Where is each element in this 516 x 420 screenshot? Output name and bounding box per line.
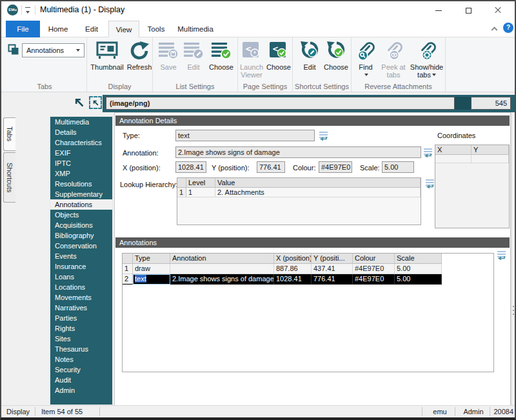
minimize-icon — [435, 10, 442, 11]
annotation-row-2-selected[interactable]: 2 text 2.Image shows signs of damage 102… — [123, 274, 493, 285]
show-hide-tabs-button[interactable]: Show/hidetabs — [408, 40, 445, 79]
annotations-table[interactable]: Type Annotation X (position) Y (positi..… — [122, 253, 494, 372]
annotation-field[interactable]: 2.Image shows signs of damage — [175, 146, 421, 158]
list-choose-button[interactable]: Choose — [206, 40, 237, 71]
chevron-down-icon — [76, 49, 80, 54]
help-button[interactable]: ? — [503, 23, 513, 33]
sidebar-item-narratives[interactable]: Narratives — [50, 303, 112, 313]
sidebar-item-notes[interactable]: Notes — [50, 354, 112, 365]
sidebar-item-objects[interactable]: Objects — [50, 210, 112, 220]
sidebar-item-insurance[interactable]: Insurance — [50, 261, 112, 272]
page-choose-button[interactable]: < Choose — [265, 40, 292, 71]
media-type-bar: (image/png) 545 — [103, 95, 515, 112]
type-field[interactable]: text — [175, 130, 315, 141]
lookup-list-icon[interactable] — [319, 131, 328, 141]
minimize-button[interactable] — [424, 1, 453, 19]
sidebar-item-loans[interactable]: Loans — [50, 272, 112, 282]
lookup-hierarchy-table[interactable]: Level Value 1 1 2. Attachments — [177, 177, 421, 225]
pointer-tool-button[interactable] — [74, 97, 85, 108]
y-position-field[interactable]: 776.41 — [257, 161, 285, 173]
sidebar-item-conservation[interactable]: Conservation — [50, 241, 112, 251]
sidebar-item-movements[interactable]: Movements — [50, 292, 112, 303]
sidebar-tab-list: MultimediaDetailsCharacteristicsEXIFIPTC… — [50, 116, 113, 405]
tab-view[interactable]: View — [108, 21, 139, 38]
status-mode: Display — [6, 406, 30, 417]
col-x-position: X (position) — [274, 254, 312, 264]
titlebar-divider — [21, 5, 22, 15]
annotation-label: Annotation: — [123, 149, 159, 157]
media-bar-splitter[interactable] — [455, 97, 471, 110]
group-label-page-settings: Page Settings — [238, 83, 292, 90]
sidebar-item-sites[interactable]: Sites — [50, 334, 112, 344]
sidebar-item-thesaurus[interactable]: Thesaurus — [50, 344, 112, 354]
sidebar-item-audit[interactable]: Audit — [50, 375, 112, 385]
ribbon-group-list-settings: Save Edit Choose List Settings — [153, 37, 238, 92]
sidebar-item-bibliography[interactable]: Bibliography — [50, 230, 112, 241]
resolution-count-field[interactable]: 545 — [471, 97, 511, 110]
lookup-list-icon[interactable] — [423, 148, 433, 157]
group-label-shortcut-settings: Shortcut Settings — [293, 83, 351, 90]
panel-splitter[interactable] — [511, 112, 515, 406]
find-button[interactable]: Find — [353, 40, 379, 79]
sidebar-item-events[interactable]: Events — [50, 251, 112, 261]
sidebar-item-supplementary[interactable]: Supplementary — [50, 189, 112, 199]
collapse-ribbon-button[interactable] — [492, 26, 498, 32]
sidebar-item-locations[interactable]: Locations — [50, 282, 112, 292]
sidebar-item-xmp[interactable]: XMP — [50, 168, 112, 179]
tab-home[interactable]: Home — [41, 21, 75, 37]
coordinates-table[interactable]: X Y — [435, 145, 510, 228]
side-tab-shortcuts[interactable]: Shortcuts — [3, 152, 15, 203]
choose-page-icon: < — [265, 40, 292, 63]
x-position-field[interactable]: 1028.41 — [175, 161, 206, 173]
save-list-icon — [155, 40, 181, 63]
maximize-button[interactable] — [453, 1, 483, 19]
annotation-row-1[interactable]: 1 draw 887.86 437.41 #4E97E0 5.00 — [123, 264, 493, 274]
tab-tools[interactable]: Tools — [141, 21, 172, 37]
scale-field[interactable]: 5.00 — [382, 161, 414, 173]
lookup-list-icon[interactable] — [425, 179, 435, 188]
sidebar-item-exif[interactable]: EXIF — [50, 148, 112, 158]
sidebar-item-acquisitions[interactable]: Acquisitions — [50, 220, 112, 230]
refresh-button[interactable]: Refresh — [126, 40, 153, 71]
tab-select-combobox[interactable]: Annotations — [22, 43, 84, 57]
close-icon — [494, 6, 502, 14]
shortcut-edit-button[interactable]: Edit — [297, 40, 322, 71]
select-region-tool-button[interactable] — [89, 96, 102, 109]
active-cell[interactable]: text — [133, 274, 170, 285]
status-user: emu — [429, 406, 451, 417]
sidebar-item-admin[interactable]: Admin — [50, 385, 112, 395]
mime-type-field[interactable]: (image/png) — [106, 97, 455, 110]
sidebar-item-rights[interactable]: Rights — [50, 323, 112, 334]
status-group: Admin — [459, 406, 488, 417]
sidebar-item-characteristics[interactable]: Characteristics — [50, 137, 112, 148]
type-label: Type: — [123, 132, 140, 139]
peek-attachment-icon — [379, 40, 408, 63]
choose-list-icon — [206, 40, 237, 63]
sidebar-item-iptc[interactable]: IPTC — [50, 158, 112, 168]
sidebar-item-details[interactable]: Details — [50, 127, 112, 137]
colour-field[interactable]: #4E97E0 — [319, 161, 352, 173]
refresh-icon — [126, 40, 153, 63]
sidebar-item-parties[interactable]: Parties — [50, 313, 112, 323]
close-button[interactable] — [483, 1, 513, 19]
layers-icon — [8, 44, 19, 55]
find-attachment-icon — [353, 40, 379, 63]
sidebar-item-annotations[interactable]: Annotations — [50, 199, 112, 210]
shortcut-choose-button[interactable]: Choose — [322, 40, 350, 71]
lookup-list-icon[interactable] — [497, 250, 506, 260]
sidebar-item-multimedia[interactable]: Multimedia — [50, 117, 112, 127]
tab-multimedia[interactable]: Multimedia — [173, 21, 218, 37]
quick-access-dropdown[interactable] — [25, 7, 31, 17]
col-y-position: Y (positi... — [312, 254, 353, 264]
sidebar-item-security[interactable]: Security — [50, 365, 112, 375]
lookup-hierarchy-label: Lookup Hierarchy: — [120, 181, 177, 188]
side-tab-tabs[interactable]: Tabs — [3, 117, 15, 151]
coordinates-title: Coordinates — [437, 132, 475, 139]
ribbon: Annotations Tabs Thumbnail Refresh Displ… — [1, 37, 515, 92]
sidebar-item-resolutions[interactable]: Resolutions — [50, 179, 112, 189]
lookup-row[interactable]: 1 1 2. Attachments — [177, 188, 421, 197]
thumbnail-button[interactable]: Thumbnail — [88, 40, 126, 71]
tab-edit[interactable]: Edit — [76, 21, 107, 37]
y-position-label: Y (position): — [212, 164, 250, 172]
tab-file[interactable]: File — [6, 21, 40, 37]
